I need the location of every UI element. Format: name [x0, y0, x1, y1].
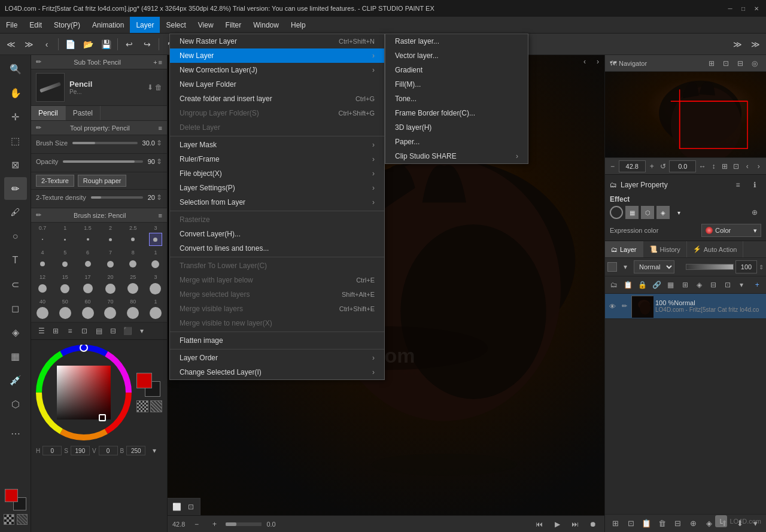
nav-prev-btn[interactable]: ‹: [742, 160, 752, 173]
nav-rotate-reset-btn[interactable]: ↺: [658, 160, 668, 173]
subtool-btn-7[interactable]: ⬛: [121, 324, 134, 338]
menu-story[interactable]: Story(P): [48, 17, 86, 33]
subtool-btn-3[interactable]: ≡: [63, 324, 77, 338]
layer-bottom-3[interactable]: 📋: [639, 516, 653, 531]
menu-selection-from-layer[interactable]: Selection from Layer ›: [170, 195, 384, 209]
maximize-button[interactable]: □: [738, 4, 748, 13]
menu-view[interactable]: View: [192, 17, 220, 33]
layer-tool-9[interactable]: ⊡: [721, 278, 734, 291]
canvas-play-btn[interactable]: ▶: [551, 518, 564, 531]
menu-animation[interactable]: Animation: [86, 17, 130, 33]
submenu-fill[interactable]: Fill(M)...: [385, 77, 528, 92]
layer-tool-10[interactable]: ▾: [735, 278, 749, 291]
brush-dot-12[interactable]: [36, 282, 49, 295]
opacity-gradient-bar[interactable]: [686, 264, 734, 270]
canvas-icon-2[interactable]: ⊡: [184, 500, 197, 513]
brush-dot-50[interactable]: [59, 306, 72, 320]
layer-tool-5[interactable]: ▦: [664, 278, 677, 291]
canvas-scroll-left[interactable]: ‹: [578, 55, 591, 68]
menu-edit[interactable]: Edit: [23, 17, 48, 33]
nav-flip-h-btn[interactable]: ↔: [697, 160, 707, 173]
brush-size-spinner[interactable]: ⇕: [156, 139, 162, 147]
canvas-zoom-out-btn[interactable]: −: [190, 518, 203, 531]
menu-new-raster-layer[interactable]: New Raster Layer Ctrl+Shift+N: [170, 34, 384, 48]
brush-dot-7[interactable]: [104, 257, 117, 270]
toolbar-right-expand[interactable]: ≫: [747, 36, 764, 53]
brush-dot-20[interactable]: [104, 282, 117, 295]
brush-dot-8[interactable]: [126, 257, 139, 270]
nav-angle-input[interactable]: [669, 160, 696, 172]
menu-layer-order[interactable]: Layer Order ›: [170, 351, 384, 365]
nav-btn-3[interactable]: ⊟: [734, 57, 747, 70]
canvas-icon-1[interactable]: ⬜: [170, 500, 183, 513]
tool-property-menu-icon[interactable]: ≡: [159, 124, 162, 132]
nav-next-btn[interactable]: ›: [753, 160, 764, 173]
b-input[interactable]: [126, 446, 145, 455]
layer-color-select[interactable]: ▾: [619, 260, 632, 273]
submenu-frame-border[interactable]: Frame Border folder(C)...: [385, 106, 528, 120]
menu-change-selected[interactable]: Change Selected Layer(I) ›: [170, 365, 384, 379]
toolbar-btn-2[interactable]: ≫: [20, 36, 37, 53]
v-input[interactable]: [99, 446, 118, 455]
menu-layer[interactable]: Layer: [130, 17, 160, 33]
nav-flip-v-btn[interactable]: ↕: [709, 160, 719, 173]
tool-draw[interactable]: ✏: [4, 177, 27, 200]
tool-shape[interactable]: ○: [4, 225, 27, 248]
layer-tab-layer[interactable]: 🗂 Layer: [605, 241, 643, 257]
brush-dot-07[interactable]: [36, 233, 49, 246]
expression-select[interactable]: Color ▾: [701, 224, 761, 237]
opacity-value-input[interactable]: [735, 260, 757, 273]
menu-create-folder-insert[interactable]: Create folder and insert layer Ctrl+G: [170, 92, 384, 106]
tool-eyedropper[interactable]: 💉: [4, 369, 27, 391]
subtool-btn-6[interactable]: ⊟: [107, 324, 120, 338]
submenu-paper[interactable]: Paper...: [385, 135, 528, 149]
submenu-vector-layer[interactable]: Vector layer...: [385, 48, 528, 63]
effect-btn-blur[interactable]: ⬡: [641, 206, 654, 219]
brush-dot-60[interactable]: [81, 306, 95, 320]
tool-pen[interactable]: 🖋: [4, 201, 27, 224]
brush-dot-25x[interactable]: [126, 282, 139, 295]
opacity-slider[interactable]: [63, 160, 142, 163]
canvas-zoom-slider[interactable]: [226, 522, 262, 526]
menu-filter[interactable]: Filter: [220, 17, 248, 33]
layer-tool-2[interactable]: 📋: [622, 278, 635, 291]
canvas-forward-btn[interactable]: ⏭: [569, 518, 582, 531]
toolbar-undo[interactable]: ↩: [121, 36, 138, 53]
layer-bottom-2[interactable]: ⊡: [624, 516, 638, 531]
menu-window[interactable]: Window: [247, 17, 285, 33]
layer-bottom-add[interactable]: ⊞: [608, 516, 622, 531]
subtool-tab-pastel[interactable]: Pastel: [66, 106, 101, 120]
submenu-3d-layer[interactable]: 3D layer(H): [385, 120, 528, 135]
nav-btn-2[interactable]: ⊡: [719, 57, 732, 70]
tool-extra[interactable]: ⋯: [4, 422, 27, 445]
subtool-btn-8[interactable]: ▾: [135, 324, 148, 338]
effect-expand-btn[interactable]: ⊕: [748, 206, 761, 219]
tool-lasso[interactable]: ⊂: [4, 273, 27, 296]
subtool-menu-icon[interactable]: ≡: [159, 59, 162, 66]
layer-tool-6[interactable]: ⊞: [679, 278, 692, 291]
tool-3d[interactable]: ⬡: [4, 393, 27, 415]
h-input[interactable]: [42, 446, 62, 455]
blend-mode-select[interactable]: Normal Multiply Screen Overlay: [634, 260, 674, 273]
brush-dot-1[interactable]: [59, 233, 72, 246]
layer-bottom-5[interactable]: ⊟: [670, 516, 685, 531]
submenu-gradient[interactable]: Gradient: [385, 63, 528, 77]
brush-dot-15[interactable]: [81, 233, 95, 246]
brush-dot-5[interactable]: [59, 257, 72, 270]
tool-gradient-tool[interactable]: ▦: [4, 345, 27, 367]
brush-dot-1xx[interactable]: [149, 306, 162, 320]
menu-convert-to-lines[interactable]: Convert to lines and tones...: [170, 241, 384, 256]
layer-pencil-icon[interactable]: ✏: [619, 302, 629, 311]
brush-dot-3x[interactable]: [149, 282, 162, 295]
effect-btn-circle[interactable]: [610, 206, 623, 219]
effect-btn-3d[interactable]: ◈: [656, 206, 670, 219]
layer-eye-icon[interactable]: 👁: [607, 302, 617, 311]
layer-tool-4[interactable]: 🔗: [650, 278, 663, 291]
menu-new-layer-folder[interactable]: New Layer Folder: [170, 77, 384, 92]
toolbar-btn-3[interactable]: ‹: [38, 36, 55, 53]
subtool-btn-2[interactable]: ⊞: [49, 324, 62, 338]
layer-property-info-btn[interactable]: ℹ: [748, 178, 761, 191]
layer-bottom-6[interactable]: ⊕: [686, 516, 701, 531]
layer-tab-auto-action[interactable]: ⚡ Auto Action: [687, 241, 744, 257]
tool-fill[interactable]: ◈: [4, 321, 27, 343]
